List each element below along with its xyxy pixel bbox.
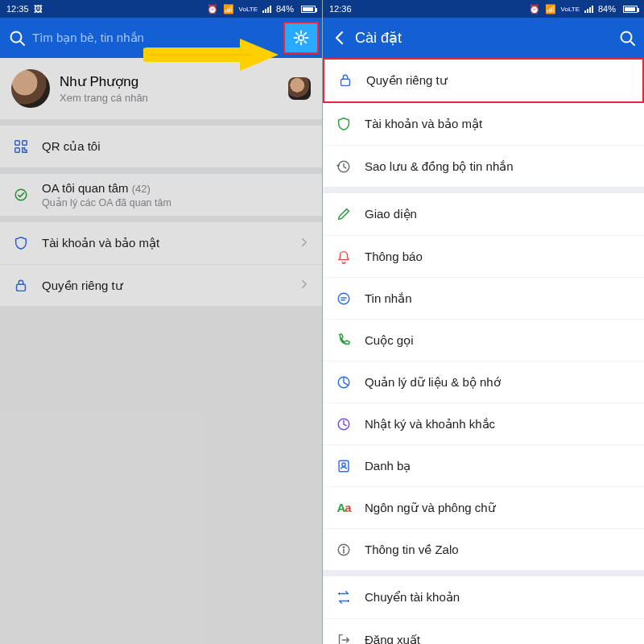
gear-icon <box>292 29 310 47</box>
settings-item-theme[interactable]: Giao diện <box>323 193 644 235</box>
profile-subtitle: Xem trang cá nhân <box>60 92 279 104</box>
shield-icon <box>334 116 353 132</box>
profile-header[interactable]: Như Phượng Xem trang cá nhân <box>0 58 322 119</box>
qr-icon <box>11 138 31 155</box>
settings-item-storage[interactable]: Quản lý dữ liệu & bộ nhớ <box>323 361 644 402</box>
pie-chart-icon <box>334 374 353 390</box>
item-label: Thông báo <box>365 250 633 263</box>
settings-item-messages[interactable]: Tin nhắn <box>323 277 644 319</box>
item-label: Tin nhắn <box>365 291 633 306</box>
settings-button[interactable] <box>283 22 319 54</box>
status-net: VoLTE <box>561 6 580 13</box>
item-label: Ngôn ngữ và phông chữ <box>365 501 633 515</box>
info-icon <box>334 542 353 558</box>
search-placeholder: Tìm bạn bè, tin nhắn <box>32 31 314 45</box>
item-label: Đăng xuất <box>365 633 633 645</box>
page-title: Cài đặt <box>355 29 402 47</box>
contacts-icon <box>334 458 353 474</box>
item-label: Chuyển tài khoản <box>365 590 633 605</box>
clock-icon <box>334 416 353 432</box>
status-time: 12:35 <box>6 4 29 14</box>
phone-icon <box>334 332 353 349</box>
search-icon[interactable] <box>618 29 636 47</box>
settings-appbar: Cài đặt <box>323 18 644 58</box>
oa-check-icon <box>11 187 31 203</box>
row-my-qr[interactable]: QR của tôi <box>0 126 322 167</box>
row-account-security[interactable]: Tài khoản và bảo mật <box>0 222 322 264</box>
status-battery: 84% <box>276 4 294 14</box>
settings-item-security[interactable]: Tài khoản và bảo mật <box>323 103 644 145</box>
status-bar: 12:35🖼 ⏰📶 VoLTE 84% <box>0 0 322 18</box>
chevron-right-icon <box>298 278 311 293</box>
back-icon[interactable] <box>331 29 349 47</box>
chevron-right-icon <box>298 236 311 251</box>
lock-icon <box>11 278 31 294</box>
chat-icon <box>334 291 353 307</box>
item-label: Giao diện <box>365 207 633 221</box>
row-label: Quyền riêng tư <box>42 279 287 293</box>
settings-item-logout[interactable]: Đăng xuất <box>323 618 644 644</box>
settings-item-notifications[interactable]: Thông báo <box>323 235 644 277</box>
item-label: Tài khoản và bảo mật <box>365 117 633 131</box>
row-label: OA tôi quan tâm <box>42 181 129 195</box>
language-icon: Aa <box>334 501 353 514</box>
search-icon <box>8 29 26 47</box>
item-label: Quyền riêng tư <box>366 73 631 88</box>
switch-account-icon <box>334 589 353 605</box>
screenshot-right-settings: 12:36 ⏰📶 VoLTE 84% Cài đặt Quyền riêng t… <box>322 0 644 644</box>
row-privacy[interactable]: Quyền riêng tư <box>0 264 322 306</box>
oa-count: (42) <box>132 183 151 195</box>
item-label: Quản lý dữ liệu & bộ nhớ <box>365 375 633 390</box>
row-subtitle: Quản lý các OA đã quan tâm <box>42 196 311 208</box>
settings-item-backup[interactable]: Sao lưu & đồng bộ tin nhắn <box>323 145 644 187</box>
bell-icon <box>334 249 353 265</box>
history-icon <box>334 159 353 175</box>
settings-item-switch-account[interactable]: Chuyển tài khoản <box>323 576 644 618</box>
status-net: VoLTE <box>239 6 258 13</box>
settings-item-calls[interactable]: Cuộc gọi <box>323 319 644 361</box>
logout-icon <box>334 632 353 645</box>
status-time: 12:36 <box>329 4 352 14</box>
item-label: Cuộc gọi <box>365 333 633 348</box>
item-label: Thông tin về Zalo <box>365 543 633 557</box>
item-label: Sao lưu & đồng bộ tin nhắn <box>365 159 633 174</box>
shield-icon <box>11 235 31 251</box>
lock-icon <box>336 72 355 89</box>
left-content: Như Phượng Xem trang cá nhân QR của tôi <box>0 58 322 644</box>
item-label: Nhật ký và khoảnh khắc <box>365 417 633 431</box>
row-label: QR của tôi <box>42 139 311 154</box>
profile-name: Như Phượng <box>60 73 279 90</box>
row-label: Tài khoản và bảo mật <box>42 236 287 250</box>
item-label: Danh bạ <box>365 459 633 473</box>
search-bar[interactable]: Tìm bạn bè, tin nhắn <box>0 18 322 58</box>
row-oa-following[interactable]: OA tôi quan tâm (42) Quản lý các OA đã q… <box>0 174 322 216</box>
settings-list: Quyền riêng tư Tài khoản và bảo mật Sao … <box>323 58 644 644</box>
profile-switch-avatar[interactable] <box>288 77 311 100</box>
avatar <box>11 69 50 108</box>
settings-item-privacy[interactable]: Quyền riêng tư <box>324 60 642 101</box>
brush-icon <box>334 206 353 222</box>
settings-item-language[interactable]: Aa Ngôn ngữ và phông chữ <box>323 486 644 528</box>
settings-item-contacts[interactable]: Danh bạ <box>323 444 644 486</box>
screenshot-left-profile-tab: 12:35🖼 ⏰📶 VoLTE 84% Tìm bạn bè, tin nhắn <box>0 0 322 644</box>
settings-item-about[interactable]: Thông tin về Zalo <box>323 528 644 570</box>
settings-item-diary[interactable]: Nhật ký và khoảnh khắc <box>323 402 644 444</box>
status-bar: 12:36 ⏰📶 VoLTE 84% <box>323 0 644 18</box>
status-battery: 84% <box>598 4 616 14</box>
